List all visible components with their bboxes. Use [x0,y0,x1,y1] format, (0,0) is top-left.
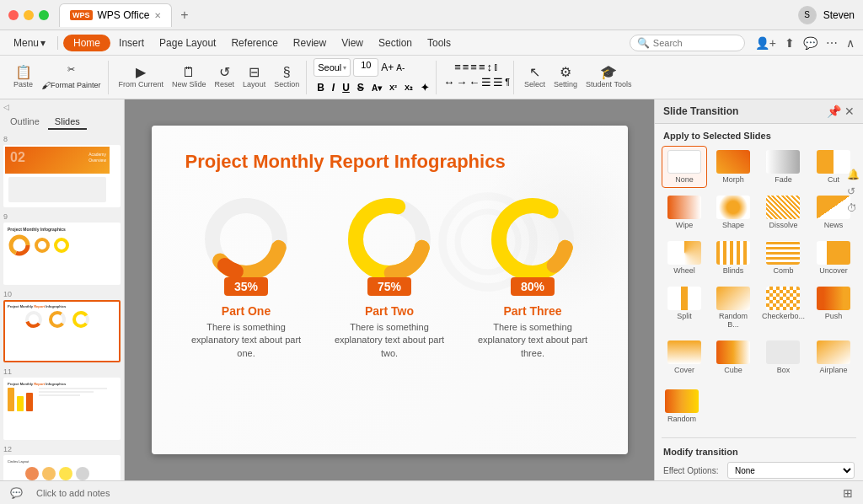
trans-none[interactable]: None [662,146,707,188]
maximize-button[interactable] [39,10,49,20]
comments-icon[interactable]: 💬 [801,35,819,51]
slides-tab[interactable]: Slides [48,115,87,130]
panel-close-icon[interactable]: ✕ [844,105,855,118]
align-center-icon[interactable]: ≡ [463,61,469,73]
trans-random[interactable]: Random [662,385,702,427]
document-tab[interactable]: WPS WPS Office ✕ [59,3,172,27]
slide-thumb-12[interactable]: 12 Circles Layout [3,445,121,480]
slide-thumb-10[interactable]: 10 Project Monthly Report Infographics [3,290,121,362]
menu-home[interactable]: Home [63,35,110,51]
trans-box[interactable]: Box [759,336,807,378]
section-button[interactable]: § Section [271,62,303,93]
tab-close-icon[interactable]: ✕ [154,11,161,20]
slide-thumb-8[interactable]: 8 02 AcademyOverview [3,135,121,207]
minimize-button[interactable] [24,10,34,20]
columns-icon[interactable]: ⫿ [494,62,499,72]
collapse-panel-icon[interactable]: ◁ [3,103,9,111]
trans-split[interactable]: Split [662,282,707,333]
paragraph-spacing-icon[interactable]: ¶ [505,77,510,87]
indent-icon[interactable]: → [456,76,467,88]
new-slide-button[interactable]: 🗒 New Slide [169,62,210,93]
paste-button[interactable]: 📋 Paste [10,62,36,93]
font-shrink-icon[interactable]: A- [396,63,405,72]
trans-random-b[interactable]: Random B... [710,282,756,333]
layout-button[interactable]: ⊟ Layout [239,62,269,93]
cut-button[interactable]: ✂ [38,62,105,77]
trans-blinds[interactable]: Blinds [710,237,756,279]
trans-airplane[interactable]: Airplane [811,336,856,378]
chart-1: 35% Part One There is something explanat… [187,193,305,360]
outline-tab[interactable]: Outline [3,115,46,130]
pin-icon[interactable]: 📌 [827,105,841,118]
menu-section[interactable]: Section [372,35,419,51]
chart-2: 75% Part Two There is something explanat… [330,193,448,360]
reset-button[interactable]: ↺ Reset [212,62,239,93]
slide-group: ▶ From Current 🗒 New Slide ↺ Reset ⊟ Lay… [112,61,308,94]
trans-fade[interactable]: Fade [759,146,807,188]
effect-options-select[interactable]: None [727,462,855,479]
font-color-button[interactable]: A▾ [368,79,385,96]
slide-editor[interactable]: Project Monthly Report Infographics [152,126,628,454]
menu-menu[interactable]: Menu ▾ [7,35,52,51]
align-left-icon[interactable]: ≡ [454,61,461,73]
more-icon[interactable]: ⋯ [824,35,839,51]
side-icon-2[interactable]: ↺ [847,185,860,197]
side-icon-3[interactable]: ⏱ [847,202,860,214]
line-spacing-icon[interactable]: ↕ [487,61,493,73]
justify-icon[interactable]: ≡ [479,61,485,73]
underline-button[interactable]: U [339,79,353,96]
clipboard-group: 📋 Paste ✂ 🖌 Format Painter [7,61,109,94]
menu-page-layout[interactable]: Page Layout [153,35,222,51]
menu-reference[interactable]: Reference [224,35,284,51]
trans-wipe[interactable]: Wipe [662,191,707,233]
close-button[interactable] [8,10,19,20]
font-group: Seoul ▾ 10 A+ A- B I U S A▾ X² X₂ ✦ [310,61,437,94]
apply-section-title: Apply to Selected Slides [663,131,855,141]
italic-button[interactable]: I [329,79,338,96]
collapse-icon[interactable]: ∧ [844,35,856,51]
menu-tools[interactable]: Tools [421,35,458,51]
font-grow-icon[interactable]: A+ [381,62,394,73]
numbering-icon[interactable]: ☰ [493,76,503,88]
font-size-input[interactable]: 10 [353,58,378,77]
menu-insert[interactable]: Insert [112,35,151,51]
highlight-button[interactable]: ✦ [417,79,432,96]
title-bar: WPS WPS Office ✕ + S Steven [0,0,863,30]
align-right-icon[interactable]: ≡ [470,61,477,73]
bold-button[interactable]: B [314,79,328,96]
slide-thumb-9[interactable]: 9 Project Monthly Infographics [3,212,121,285]
format-painter-button[interactable]: 🖌 Format Painter [38,78,105,93]
menu-view[interactable]: View [335,35,370,51]
notes-icon[interactable]: 💬 [10,487,23,499]
from-current-button[interactable]: ▶ From Current [115,62,168,93]
bullets-icon[interactable]: ☰ [481,76,491,88]
trans-shape[interactable]: Shape [710,191,756,233]
search-input[interactable] [653,38,737,48]
trans-comb[interactable]: Comb [759,237,807,279]
trans-uncover[interactable]: Uncover [811,237,856,279]
export-icon[interactable]: ⬆ [783,35,796,51]
subscript-button[interactable]: X₂ [401,79,416,96]
superscript-button[interactable]: X² [386,79,400,96]
trans-cover[interactable]: Cover [662,336,707,378]
new-tab-button[interactable]: + [175,8,193,23]
account-button[interactable]: S [798,6,817,24]
grid-view-icon[interactable]: ⊞ [843,486,853,500]
font-selector[interactable]: Seoul ▾ [314,58,351,77]
student-tools-button[interactable]: 🎓 Student Tools [582,62,635,93]
slide-thumb-11[interactable]: 11 Project Monthly Report Infographics [3,367,121,440]
trans-wheel[interactable]: Wheel [662,237,707,279]
trans-checkerboard[interactable]: Checkerbo... [759,282,807,333]
setting-button[interactable]: ⚙ Setting [550,62,581,93]
share-icon[interactable]: 👤+ [753,35,778,51]
trans-push[interactable]: Push [811,282,856,333]
text-direction-icon[interactable]: ↔ [443,76,454,88]
trans-morph[interactable]: Morph [710,146,756,188]
outdent-icon[interactable]: ← [469,76,480,88]
strikethrough-button[interactable]: S [354,79,367,96]
trans-dissolve[interactable]: Dissolve [759,191,807,233]
select-button[interactable]: ↖ Select [521,62,549,93]
menu-review[interactable]: Review [287,35,333,51]
trans-cube[interactable]: Cube [710,336,756,378]
side-icon-1[interactable]: 🔔 [847,169,860,180]
